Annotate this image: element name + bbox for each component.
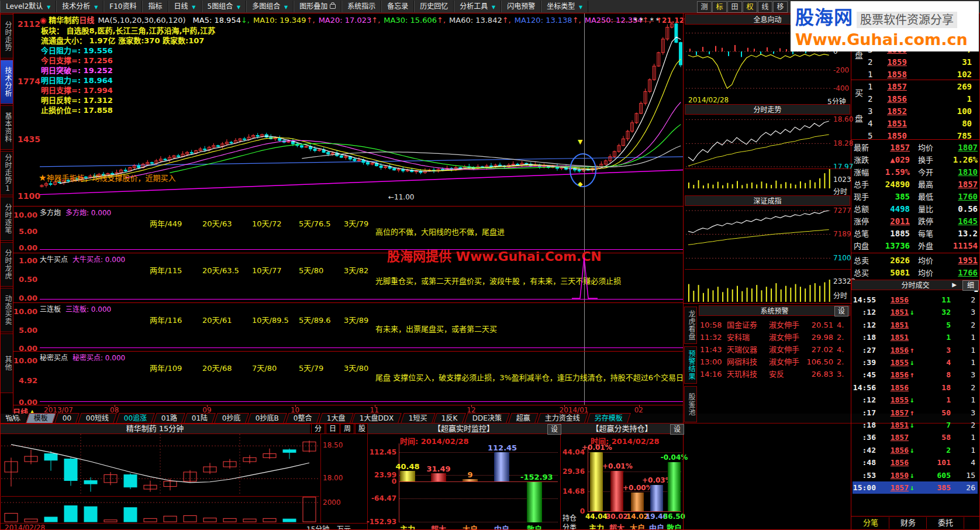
sidebar-tab-分时走势[interactable]: 分时走势 [0,14,13,58]
sidebar-tab-分时走势1[interactable]: 分时走势1 [0,151,13,195]
period-button-周[interactable]: 周 [340,424,354,434]
toolbar-button-标[interactable]: 标 [712,1,727,13]
toolbar-button-田[interactable]: 田 [727,1,742,13]
template-tab-指标[interactable]: 指标 [0,414,26,423]
menu-item-日线[interactable]: 日线 ▼ [168,1,202,12]
trade-row[interactable]: :531850↓60515 [853,469,978,481]
bottom-tab-财务[interactable]: 财务 [890,517,927,529]
trade-count: 3 [955,306,975,318]
sidebar-tab-分时逐笔[interactable]: 分时逐笔 [0,197,13,241]
template-tab-01路[interactable]: 01路 [153,413,185,423]
menu-item-历史回忆[interactable]: 历史回忆 [414,1,454,12]
bottom-tab-委托[interactable]: 委托 [927,517,964,529]
order-row-buy[interactable]: 4185180 [853,118,979,130]
indicator-pane-header: 多方炮多方炮: 0.000 [40,207,111,217]
sidebar-tab-分时龙虎[interactable]: 分时龙虎 [0,242,13,287]
alert-row[interactable]: 14:16天玑科技安反26.833. [700,369,851,380]
monitor-settings-button[interactable]: 设 [547,424,561,435]
template-tab-超赢[interactable]: 超赢 [508,413,539,423]
toolbar-button-权[interactable]: 权 [743,1,757,13]
trade-row[interactable]: :181851↓72 [853,419,978,431]
bottom-tab-分笔[interactable]: 分笔 [853,517,889,529]
template-tab-另存模板[interactable]: 另存模板 [586,413,631,423]
toolbar-button-移[interactable]: 移 [773,1,788,13]
template-tab-0抄底B[interactable]: 0抄底B [247,413,287,423]
trade-row[interactable]: 14:561856182 [853,381,978,394]
template-tab-1大盘DDX[interactable]: 1大盘DDX [351,413,402,423]
order-row-sell[interactable]: 2185931 [853,56,979,68]
trade-time: 15:00 [853,481,876,494]
menu-item-闪电预警[interactable]: 闪电预警 [501,1,541,12]
template-tab-00追涨[interactable]: 00追涨 [116,413,155,423]
crosshair-line[interactable] [584,13,585,405]
order-row-buy[interactable]: 31852100 [853,105,979,118]
alert-row[interactable]: 11:32安科瑞淑女伸手29.982. [700,332,851,343]
trade-row[interactable]: :391855↓41 [853,356,978,369]
main-chart-region: ◉精华制药日线MA(5,10,20,30,60,120)MA5: 18.954↓… [13,13,683,413]
chevron-down-icon [43,2,45,11]
trade-row[interactable]: :12185152 [853,319,978,331]
trades-detail-button[interactable]: 细 [962,280,979,291]
template-tab-DDE决策[interactable]: DDE决策 [464,413,510,423]
trade-row[interactable]: :451856↑83 [853,369,978,381]
order-row-buy[interactable]: 11857269 [853,81,979,93]
menu-item-5图组合[interactable]: 5图组合 ▼ [202,1,247,12]
order-row-sell[interactable]: 11858102 [853,68,979,81]
menu-item-指标[interactable]: 指标 [142,1,168,12]
trade-count: 2 [955,419,975,431]
alert-side-tab-龙虎看盘[interactable]: 龙虎看盘 [684,307,697,344]
template-tab-1短买[interactable]: 1短买 [401,413,435,423]
alert-side-tab-股鉴池[interactable]: 股鉴池 [684,386,697,422]
trade-row[interactable]: 15:001857↓38526 [853,481,978,494]
menu-item-坐标类型[interactable]: 坐标类型 ▼ [541,1,588,12]
template-tab-0抄底[interactable]: 0抄底 [215,413,249,423]
alert-row[interactable]: 10:58国金证券淑女伸手20.514. [700,319,851,331]
trades-expand-button[interactable]: ▶ [950,281,959,289]
template-tab-00短线[interactable]: 00短线 [78,413,118,423]
position-settings-button[interactable]: 设 [670,424,684,435]
menu-item-系统指示[interactable]: 系统指示 [341,1,381,12]
template-tab-1大盘[interactable]: 1大盘 [319,413,353,423]
order-row-buy[interactable]: 218561 [853,93,979,105]
sidebar-tab-技术分析[interactable]: 技术分析 [0,60,13,104]
menu-item-技术分析[interactable]: 技术分析 ▼ [56,1,103,12]
trade-price: 1857 [883,481,909,494]
menu-item-备忘录[interactable]: 备忘录 [381,1,414,12]
alert-signal: 安反 [769,369,806,380]
sidebar-tab-其他[interactable]: 其他 [0,333,13,393]
menu-item-分析工具[interactable]: 分析工具 ▼ [454,1,501,12]
template-tab-00[interactable]: 00 [54,413,80,423]
toolbar-button-线[interactable]: 线 [758,1,772,13]
order-row-buy[interactable]: 51850785 [853,130,979,142]
alerts-settings-button[interactable]: 设 [834,306,848,316]
trade-row[interactable]: :18185111 [853,331,978,343]
menu-item-多图组合[interactable]: 多图组合 ▼ [246,1,294,12]
template-tab-01陆[interactable]: 01陆 [184,413,216,423]
template-tab-模板[interactable]: 模板 [26,413,56,423]
template-tab-0整合[interactable]: 0整合 [285,413,320,423]
trade-row[interactable]: 14:551856112 [853,294,978,306]
alert-time: 11:43 [700,344,723,356]
trade-volume: 101 [918,456,951,469]
menu-item-Level2默认[interactable]: Level2默认 ▼ [0,1,56,12]
trade-row[interactable]: :121851↓323 [853,306,978,318]
date-tick [471,405,472,407]
trade-row[interactable]: :271856↑31 [853,344,978,356]
alert-side-tab-预警结果[interactable]: 预警结果 [684,346,697,384]
menu-item-图形叠加[interactable]: 图形叠加 [294,1,341,12]
period-button-日[interactable]: 日 [326,424,340,434]
trade-row[interactable]: :421856↓21 [853,444,978,456]
template-tab-1反K[interactable]: 1反K [433,413,465,423]
sidebar-tab-基本资料[interactable]: 基本资料 [0,105,13,150]
trade-row[interactable]: :171857↑503 [853,407,978,419]
toolbar-button-测[interactable]: 测 [697,1,712,13]
trade-row[interactable]: :121855↓11 [853,394,978,406]
trade-row[interactable]: :4818561014 [853,456,978,469]
template-tab-label: 1反K [441,414,458,423]
alert-row[interactable]: 11:43天瑞仪器淑女伸手27.024. [700,344,851,356]
sidebar-tab-动态买卖[interactable]: 动态买卖 [0,288,13,332]
alert-row[interactable]: 13:00网宿科技淑女伸手106.502. [700,356,851,368]
menu-item-F10资料[interactable]: F10资料 [103,1,142,12]
trade-row[interactable]: :361857581 [853,431,978,443]
template-tab-主力资金线[interactable]: 主力资金线 [537,413,588,423]
